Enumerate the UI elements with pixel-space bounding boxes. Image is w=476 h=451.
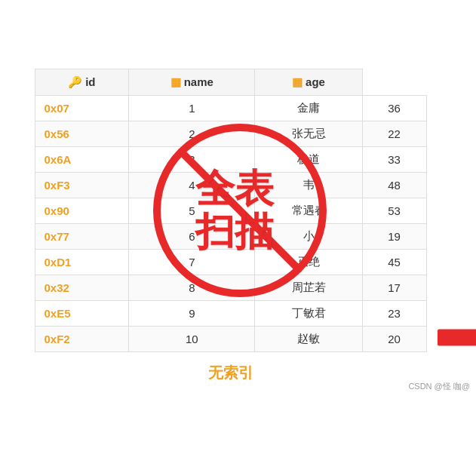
cell-name: 丁敏君 bbox=[255, 300, 362, 326]
cell-id: 9 bbox=[129, 300, 255, 326]
cell-row-id: 0x07 bbox=[35, 95, 129, 121]
cell-age: 53 bbox=[362, 198, 426, 223]
cell-name: 周芷若 bbox=[255, 275, 362, 300]
table-wrapper: 🔑id ▦name ▦age 0x071金庸360x562张无忌220x6A3杨… bbox=[35, 69, 427, 352]
watermark: CSDN @怪 咖@ bbox=[408, 381, 470, 392]
cell-age: 48 bbox=[362, 172, 426, 198]
table-body: 0x071金庸360x562张无忌220x6A3杨道330xF34韦480x90… bbox=[35, 95, 426, 351]
table-header-row: 🔑id ▦name ▦age bbox=[35, 69, 426, 95]
cell-id: 2 bbox=[129, 121, 255, 146]
cell-row-id: 0x56 bbox=[35, 121, 129, 146]
table-row: 0xD17灭绝45 bbox=[35, 249, 426, 275]
col-header-age: ▦age bbox=[255, 69, 362, 95]
cell-name: 金庸 bbox=[255, 95, 362, 121]
cell-id: 10 bbox=[129, 326, 255, 351]
cell-id: 7 bbox=[129, 249, 255, 275]
col-header-name: ▦name bbox=[129, 69, 255, 95]
table-row: 0x562张无忌22 bbox=[35, 121, 426, 146]
cell-age: 20 bbox=[362, 326, 426, 351]
cell-name: 小 bbox=[255, 223, 362, 249]
cell-row-id: 0x77 bbox=[35, 223, 129, 249]
arrow-shape bbox=[438, 330, 477, 346]
row-arrow bbox=[438, 330, 477, 348]
cell-row-id: 0xE5 bbox=[35, 300, 129, 326]
cell-name: 常遇春 bbox=[255, 198, 362, 223]
cell-id: 4 bbox=[129, 172, 255, 198]
cell-name: 杨道 bbox=[255, 146, 362, 172]
cell-row-id: 0xD1 bbox=[35, 249, 129, 275]
cell-name: 张无忌 bbox=[255, 121, 362, 146]
cell-name: 韦 bbox=[255, 172, 362, 198]
cell-age: 45 bbox=[362, 249, 426, 275]
table-row: 0xE59丁敏君23 bbox=[35, 300, 426, 326]
table-row: 0x905常遇春53 bbox=[35, 198, 426, 223]
main-container: 🔑id ▦name ▦age 0x071金庸360x562张无忌220x6A3杨… bbox=[0, 54, 476, 398]
table-icon-name: ▦ bbox=[170, 75, 181, 88]
footer-label: 无索引 bbox=[208, 363, 253, 383]
data-table: 🔑id ▦name ▦age 0x071金庸360x562张无忌220x6A3杨… bbox=[35, 69, 427, 352]
cell-id: 3 bbox=[129, 146, 255, 172]
table-row: 0xF210赵敏20 bbox=[35, 326, 426, 351]
cell-age: 33 bbox=[362, 146, 426, 172]
cell-age: 23 bbox=[362, 300, 426, 326]
table-icon-age: ▦ bbox=[292, 75, 302, 88]
cell-age: 36 bbox=[362, 95, 426, 121]
cell-row-id: 0xF2 bbox=[35, 326, 129, 351]
key-icon: 🔑 bbox=[68, 75, 82, 88]
cell-row-id: 0xF3 bbox=[35, 172, 129, 198]
cell-age: 22 bbox=[362, 121, 426, 146]
table-row: 0x6A3杨道33 bbox=[35, 146, 426, 172]
table-row: 0x071金庸36 bbox=[35, 95, 426, 121]
col-header-id: 🔑id bbox=[35, 69, 129, 95]
cell-id: 5 bbox=[129, 198, 255, 223]
table-row: 0x328周芷若17 bbox=[35, 275, 426, 300]
table-row: 0xF34韦48 bbox=[35, 172, 426, 198]
cell-id: 1 bbox=[129, 95, 255, 121]
cell-id: 8 bbox=[129, 275, 255, 300]
cell-age: 19 bbox=[362, 223, 426, 249]
cell-age: 17 bbox=[362, 275, 426, 300]
cell-row-id: 0x6A bbox=[35, 146, 129, 172]
cell-id: 6 bbox=[129, 223, 255, 249]
cell-row-id: 0x32 bbox=[35, 275, 129, 300]
cell-row-id: 0x90 bbox=[35, 198, 129, 223]
table-row: 0x776小19 bbox=[35, 223, 426, 249]
cell-name: 赵敏 bbox=[255, 326, 362, 351]
cell-name: 灭绝 bbox=[255, 249, 362, 275]
